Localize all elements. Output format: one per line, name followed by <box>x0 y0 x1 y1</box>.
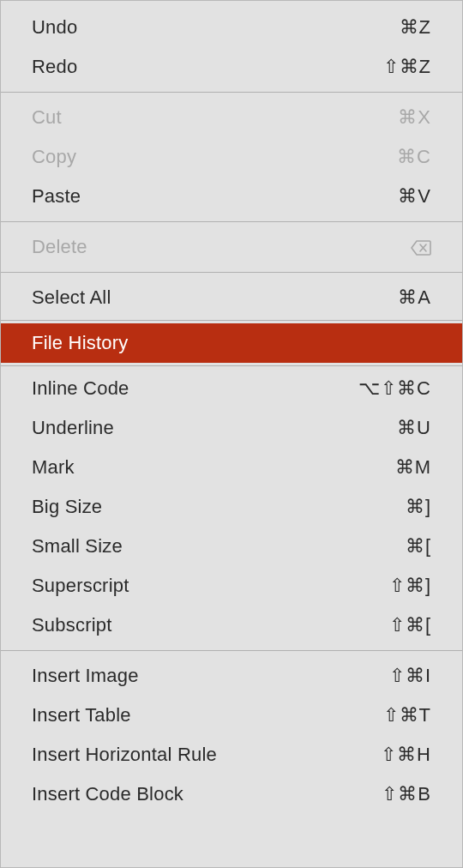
menu-item-label: Insert Horizontal Rule <box>32 744 217 766</box>
menu-item-label: Superscript <box>32 575 129 597</box>
menu-item-copy: Copy⌘C <box>1 137 462 177</box>
menu-item-label: Paste <box>32 185 81 208</box>
menu-item-shortcut: ⇧⌘[ <box>389 614 431 636</box>
menu-item-shortcut: ⌘X <box>398 106 431 129</box>
menu-item-label: Undo <box>32 16 77 39</box>
menu-item-label: Insert Table <box>32 704 131 726</box>
menu-item-label: Inline Code <box>32 377 129 400</box>
menu-item-label: Big Size <box>32 496 102 518</box>
menu-item-shortcut: ⌘Z <box>400 16 431 39</box>
menu-item-shortcut: ⌥⇧⌘C <box>358 377 431 400</box>
menu-separator <box>1 365 462 366</box>
menu-item-label: Select All <box>32 286 111 309</box>
menu-item-label: Small Size <box>32 535 123 558</box>
menu-separator <box>1 92 462 93</box>
menu-item-insert-image[interactable]: Insert Image⇧⌘I <box>1 656 462 696</box>
menu-item-insert-horizontal-rule[interactable]: Insert Horizontal Rule⇧⌘H <box>1 735 462 775</box>
menu-item-subscript[interactable]: Subscript⇧⌘[ <box>1 606 462 645</box>
menu-separator <box>1 272 462 273</box>
menu-item-shortcut: ⌘C <box>397 146 431 168</box>
menu-item-label: Insert Code Block <box>32 783 183 805</box>
menu-separator <box>1 320 462 321</box>
menu-item-label: Redo <box>32 56 77 78</box>
menu-item-label: Underline <box>32 417 114 439</box>
menu-item-shortcut: ⌘U <box>397 417 431 439</box>
menu-item-shortcut: ⇧⌘Z <box>383 56 431 78</box>
menu-item-shortcut: ⌘V <box>398 185 431 208</box>
menu-item-shortcut: ⇧⌘H <box>381 744 431 766</box>
menu-item-shortcut: ⌘[ <box>406 535 431 558</box>
menu-item-label: Delete <box>32 236 87 258</box>
menu-separator <box>1 221 462 222</box>
menu-item-inline-code[interactable]: Inline Code⌥⇧⌘C <box>1 369 462 408</box>
menu-item-mark[interactable]: Mark⌘M <box>1 448 462 487</box>
menu-item-shortcut <box>411 236 431 258</box>
menu-item-undo[interactable]: Undo⌘Z <box>1 8 462 47</box>
menu-item-label: Insert Image <box>32 665 139 687</box>
menu-item-label: Copy <box>32 146 76 168</box>
context-menu: Undo⌘ZRedo⇧⌘ZCut⌘XCopy⌘CPaste⌘VDeleteSel… <box>1 1 462 821</box>
menu-item-label: Mark <box>32 456 75 479</box>
menu-item-label: Cut <box>32 106 62 129</box>
menu-item-small-size[interactable]: Small Size⌘[ <box>1 527 462 566</box>
menu-item-underline[interactable]: Underline⌘U <box>1 408 462 448</box>
menu-item-paste[interactable]: Paste⌘V <box>1 177 462 216</box>
menu-item-redo[interactable]: Redo⇧⌘Z <box>1 47 462 87</box>
menu-item-label: Subscript <box>32 614 112 636</box>
menu-item-file-history[interactable]: File History <box>1 323 462 363</box>
menu-item-shortcut: ⇧⌘] <box>389 575 431 597</box>
menu-item-shortcut: ⌘] <box>406 496 431 518</box>
backspace-icon <box>411 236 431 257</box>
menu-item-shortcut: ⌘M <box>395 456 431 479</box>
menu-item-delete: Delete <box>1 227 462 267</box>
menu-item-shortcut: ⇧⌘T <box>383 704 431 726</box>
menu-item-cut: Cut⌘X <box>1 98 462 137</box>
menu-separator <box>1 650 462 651</box>
menu-item-insert-code-block[interactable]: Insert Code Block⇧⌘B <box>1 775 462 814</box>
menu-item-superscript[interactable]: Superscript⇧⌘] <box>1 566 462 606</box>
menu-item-shortcut: ⌘A <box>398 286 431 309</box>
menu-item-shortcut: ⇧⌘B <box>382 783 431 805</box>
menu-item-shortcut: ⇧⌘I <box>389 665 431 687</box>
menu-item-label: File History <box>32 332 128 354</box>
menu-item-big-size[interactable]: Big Size⌘] <box>1 487 462 527</box>
menu-item-insert-table[interactable]: Insert Table⇧⌘T <box>1 696 462 735</box>
menu-item-select-all[interactable]: Select All⌘A <box>1 278 462 317</box>
